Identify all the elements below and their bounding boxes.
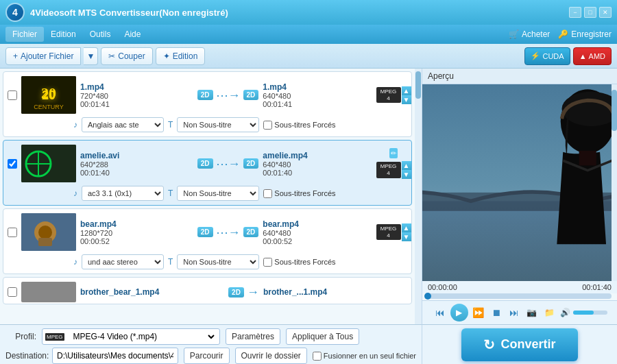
profile-label: Profil:	[5, 332, 36, 341]
file-up-3[interactable]: ▲	[402, 223, 411, 232]
audio-select-1[interactable]: Anglais aac ste	[82, 117, 164, 132]
file-dur-2: 00:01:40	[80, 169, 193, 177]
file-out-name-3: bear.mp4	[263, 219, 376, 229]
file-checkbox-2[interactable]	[8, 159, 17, 169]
file-dur-1: 00:01:41	[80, 100, 193, 108]
toolbar: + Ajouter Fichier ▼ ✂ Couper ✦ Edition ⚡…	[0, 44, 617, 69]
preview-progress-thumb[interactable]	[424, 293, 431, 300]
file-out-dur-1: 00:01:41	[263, 100, 376, 108]
subtitle-select-3[interactable]: Non Sous-titre	[177, 254, 259, 269]
preview-skip-start[interactable]: ⏮	[433, 305, 448, 320]
preview-fast-forward[interactable]: ⏩	[471, 305, 486, 320]
badge-2d-in-3: 2D	[197, 227, 213, 237]
subtitle-select-1[interactable]: Non Sous-titre	[177, 117, 259, 132]
dest-label: Destination:	[5, 351, 47, 361]
convert-button[interactable]: ↻ Convertir	[461, 328, 577, 361]
file-down-2[interactable]: ▼	[402, 170, 411, 179]
file-down-1[interactable]: ▼	[402, 95, 411, 104]
file-out-name-2: amelie.mp4	[263, 151, 376, 160]
profile-row: Profil: MPEG MPEG-4 Video (*.mp4) Paramè…	[5, 328, 416, 345]
app-logo: 4	[5, 3, 25, 22]
file-down-3[interactable]: ▼	[402, 232, 411, 241]
file-out-name-4: brother_...1.mp4	[263, 287, 407, 297]
menu-outils[interactable]: Outils	[83, 27, 118, 42]
edition-icon: ✦	[163, 51, 170, 61]
merge-check[interactable]: Fusionner en un seul fichier	[313, 352, 416, 361]
file-checkbox-4[interactable]	[8, 287, 17, 297]
add-file-dropdown[interactable]: ▼	[84, 47, 98, 65]
preview-play[interactable]: ▶	[450, 304, 468, 321]
mpeg-badge-1: MPEG4	[376, 87, 401, 103]
audio-icon-2: ♪	[73, 189, 77, 198]
subtitle-forced-check-1[interactable]	[263, 121, 272, 130]
arrow-icon-4: →	[247, 285, 259, 300]
audio-select-3[interactable]: und aac stereo	[82, 254, 164, 269]
audio-select-2[interactable]: ac3 3.1 (0x1)	[82, 186, 164, 201]
file-row-bottom-3: ♪ und aac stereo T Non Sous-titre Sous-t…	[8, 254, 407, 269]
maximize-button[interactable]: □	[584, 7, 596, 18]
file-checkbox-1[interactable]	[8, 90, 17, 100]
scissors-icon: ✂	[108, 51, 115, 61]
params-button[interactable]: Paramètres	[226, 328, 280, 345]
filelist-scrollbar-thumb	[415, 71, 421, 99]
subtitle-forced-2[interactable]: Sous-titres Forcés	[263, 189, 335, 198]
menu-fichier[interactable]: Fichier	[5, 27, 44, 42]
amd-icon: ▲	[579, 52, 587, 60]
amd-button[interactable]: ▲ AMD	[573, 47, 612, 65]
preview-screenshot[interactable]: 📷	[524, 305, 540, 320]
subtitle-forced-1[interactable]: Sous-titres Forcés	[263, 121, 335, 130]
volume-fill	[573, 311, 594, 315]
cuda-icon: ⚡	[531, 51, 540, 60]
merge-checkbox[interactable]	[313, 352, 322, 361]
file-checkbox-3[interactable]	[8, 228, 17, 237]
file-out-info-2: amelie.mp4 640*480 00:01:40	[263, 151, 376, 177]
conv-arrow-4: 2D →	[228, 285, 259, 300]
file-up-2[interactable]: ▲	[402, 161, 411, 170]
preview-scrollbar-thumb	[612, 90, 617, 131]
menu-edition[interactable]: Edition	[44, 27, 83, 42]
preview-progress-bar[interactable]	[428, 293, 612, 299]
file-out-info-1: 1.mp4 640*480 00:01:41	[263, 82, 376, 108]
minimize-button[interactable]: −	[569, 7, 581, 18]
filelist-scrollbar[interactable]	[415, 69, 422, 324]
toolbar-right: ⚡ CUDA ▲ AMD	[524, 47, 612, 65]
cuda-button[interactable]: ⚡ CUDA	[524, 47, 570, 65]
close-button[interactable]: ✕	[599, 7, 612, 18]
bottom-bar: Profil: MPEG MPEG-4 Video (*.mp4) Paramè…	[0, 324, 422, 364]
subtitle-forced-check-2[interactable]	[263, 189, 272, 198]
preview-buttons: ⏮ ▶ ⏩ ⏹ ⏭ 📷 📁 🔊	[422, 300, 617, 324]
subtitle-forced-3[interactable]: Sous-titres Forcés	[263, 258, 335, 267]
cut-button[interactable]: ✂ Couper	[101, 47, 152, 65]
subtitle-icon-1: T	[168, 120, 173, 130]
cart-icon: 🛒	[509, 29, 519, 39]
dest-input[interactable]	[52, 348, 178, 364]
file-up-1[interactable]: ▲	[402, 86, 411, 95]
file-nav-actions-1: MPEG4 ▲ ▼	[376, 86, 411, 104]
file-dur-3: 00:00:52	[80, 237, 193, 245]
file-name-1: 1.mp4	[80, 82, 193, 92]
preview-time-start: 00:00:00	[428, 283, 457, 291]
filelist: 20 CENTURY 1.mp4 720*480 00:01:41 2D ⋯→	[0, 69, 415, 324]
edition-button[interactable]: ✦ Edition	[156, 47, 206, 65]
file-row-top: bear.mp4 1280*720 00:00:52 2D ⋯→ 2D bear…	[8, 213, 407, 251]
file-out-dur-2: 00:01:40	[263, 169, 376, 177]
buy-button[interactable]: 🛒 Acheter	[509, 29, 550, 39]
menu-aide[interactable]: Aide	[117, 27, 147, 42]
profile-icon: MPEG	[45, 333, 64, 341]
preview-skip-end[interactable]: ⏭	[507, 305, 522, 320]
open-folder-button[interactable]: Ouvrir le dossier	[235, 348, 307, 364]
subtitle-forced-check-3[interactable]	[263, 258, 272, 267]
file-thumbnail-1: 20 CENTURY	[21, 76, 76, 114]
preview-folder[interactable]: 📁	[542, 305, 557, 320]
register-icon: 🔑	[558, 29, 568, 39]
subtitle-select-2[interactable]: Non Sous-titre	[177, 186, 259, 201]
add-file-button[interactable]: + Ajouter Fichier	[5, 47, 81, 65]
file-edit-2[interactable]: ✏	[389, 148, 398, 158]
browse-button[interactable]: Parcourir	[184, 348, 230, 364]
preview-stop[interactable]: ⏹	[489, 305, 504, 320]
register-button[interactable]: 🔑 Enregistrer	[558, 29, 612, 39]
volume-slider[interactable]	[573, 311, 607, 315]
apply-button[interactable]: Appliquer à Tous	[286, 328, 359, 345]
profile-select[interactable]: MPEG-4 Video (*.mp4)	[66, 329, 217, 344]
preview-scrollbar[interactable]	[612, 84, 617, 281]
